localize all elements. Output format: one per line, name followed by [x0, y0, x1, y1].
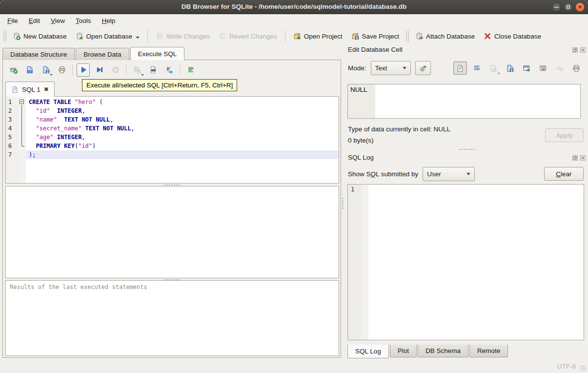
- resize-grip[interactable]: [580, 365, 587, 372]
- open-in-external-button[interactable]: [520, 62, 533, 75]
- menu-tools[interactable]: Tools: [70, 15, 97, 27]
- toolbar-separator: [285, 30, 285, 42]
- mode-combo[interactable]: Text: [371, 61, 411, 75]
- log-fold-margin: [361, 185, 368, 340]
- execute-current-line-button[interactable]: [93, 63, 106, 77]
- sql-document-tab[interactable]: SQL 1 ✖: [5, 82, 55, 97]
- line-number: 5: [6, 133, 19, 142]
- save-project-label: Save Project: [362, 33, 400, 40]
- open-project-label: Open Project: [304, 33, 343, 40]
- close-database-button[interactable]: Close Database: [479, 30, 546, 42]
- editor-line-1[interactable]: 1CREATE TABLE "hero" (: [6, 98, 339, 106]
- app-window: DB Browser for SQLite - /home/user/code/…: [0, 0, 588, 373]
- open-sql-file-button[interactable]: [23, 63, 36, 77]
- find-replace-button[interactable]: ba: [162, 63, 176, 77]
- maximize-button[interactable]: [564, 2, 573, 12]
- word-wrap-button[interactable]: [470, 62, 484, 75]
- close-dock-icon[interactable]: [580, 155, 586, 161]
- open-linked-window-button[interactable]: [536, 62, 550, 75]
- fold-marker: [19, 142, 26, 150]
- editor-line-2[interactable]: 2 "id" INTEGER,: [6, 106, 339, 115]
- toolbar-separator: [126, 64, 126, 75]
- menu-help[interactable]: Help: [97, 15, 121, 27]
- export-data-button[interactable]: [503, 62, 517, 75]
- open-database-label: Open Database: [86, 33, 133, 40]
- write-changes-button[interactable]: Write Changes: [151, 30, 214, 42]
- cell-value-editor[interactable]: NULL: [347, 84, 581, 119]
- menu-file[interactable]: File: [2, 15, 23, 27]
- save-results-button[interactable]: [130, 63, 143, 77]
- encoding-indicator: UTF-8: [557, 363, 576, 370]
- fold-marker: [19, 115, 26, 124]
- dropdown-caret-icon[interactable]: [50, 74, 53, 76]
- tab-execute-sql[interactable]: Execute SQL: [130, 47, 185, 60]
- project-open-icon: [293, 32, 301, 40]
- menu-edit[interactable]: Edit: [23, 15, 45, 27]
- print-sql-button[interactable]: [55, 63, 68, 77]
- apply-mode-button[interactable]: [415, 61, 431, 75]
- editor-line-6[interactable]: 6 PRIMARY KEY("id"): [6, 142, 339, 150]
- tab-database-structure[interactable]: Database Structure: [2, 48, 75, 60]
- sql-tab-label: SQL 1: [22, 86, 41, 93]
- float-dock-icon[interactable]: [572, 47, 578, 53]
- editor-line-3[interactable]: 3 "name" TEXT NOT NULL,: [6, 115, 339, 124]
- dock-tab-db-schema[interactable]: DB Schema: [418, 345, 468, 357]
- print-cell-button[interactable]: [569, 62, 583, 75]
- clear-log-button[interactable]: Clear: [544, 167, 584, 181]
- attach-database-button[interactable]: Attach Database: [411, 30, 479, 42]
- menu-bar: FileEditViewToolsHelp: [0, 14, 588, 27]
- fold-marker[interactable]: [19, 98, 26, 106]
- sql-log-editor[interactable]: 1: [347, 184, 584, 340]
- project-save-icon: [351, 32, 359, 40]
- editor-line-7[interactable]: 7);: [6, 150, 339, 159]
- dock-tab-remote[interactable]: Remote: [469, 345, 508, 357]
- open-project-button[interactable]: Open Project: [289, 30, 347, 42]
- find-button[interactable]: [146, 63, 160, 77]
- sql-editor[interactable]: 1CREATE TABLE "hero" (2 "id" INTEGER,3 "…: [5, 96, 339, 184]
- apply-button[interactable]: Apply: [545, 128, 584, 142]
- tab-browse-data[interactable]: Browse Data: [76, 48, 129, 60]
- format-sql-button[interactable]: [184, 63, 197, 77]
- cell-size-info: 0 byte(s): [348, 137, 374, 144]
- dock-tab-plot[interactable]: Plot: [390, 345, 417, 357]
- new-sql-tab-button[interactable]: [7, 63, 20, 77]
- code-text: "name" TEXT NOT NULL,: [26, 115, 339, 124]
- log-filter-combo[interactable]: User: [423, 167, 475, 181]
- import-data-button[interactable]: [487, 62, 500, 75]
- sql-tab-close-icon[interactable]: ✖: [44, 86, 49, 92]
- main-toolbar: New DatabaseOpen DatabaseWrite ChangesRe…: [0, 27, 588, 45]
- open-database-button[interactable]: Open Database: [71, 30, 144, 42]
- close-button[interactable]: ✕: [575, 2, 585, 12]
- save-sql-file-button[interactable]: [39, 63, 52, 77]
- db-new-icon: [13, 32, 20, 40]
- fold-marker: [19, 124, 26, 133]
- menu-view[interactable]: View: [45, 15, 70, 27]
- dropdown-caret-icon[interactable]: [141, 74, 144, 76]
- code-text: "secret_name" TEXT NOT NULL,: [26, 124, 339, 133]
- revert-changes-button[interactable]: Revert Changes: [214, 30, 282, 42]
- text-mode-button[interactable]: [453, 62, 467, 75]
- minimize-button[interactable]: [552, 2, 561, 12]
- close-dock-icon[interactable]: [580, 47, 586, 53]
- dropdown-caret-icon[interactable]: [136, 37, 140, 39]
- float-dock-icon[interactable]: [572, 155, 578, 161]
- editor-line-5[interactable]: 5 "age" INTEGER,: [6, 133, 339, 142]
- save-project-button[interactable]: Save Project: [347, 30, 404, 42]
- chevron-down-icon: [403, 67, 406, 69]
- execute-all-button[interactable]: [77, 63, 90, 77]
- results-grid-pane: [5, 186, 339, 278]
- editor-line-4[interactable]: 4 "secret_name" TEXT NOT NULL,: [6, 124, 339, 133]
- cell-value: NULL: [350, 86, 367, 93]
- execute-sql-panel: ba SQL 1 ✖ 1CREATE TABLE "hero" (2 "id" …: [2, 60, 341, 358]
- set-as-null-button[interactable]: [553, 62, 567, 75]
- stop-execution-button[interactable]: [109, 63, 122, 77]
- dock-splitter[interactable]: [345, 148, 588, 150]
- dock-tab-sql-log[interactable]: SQL Log: [347, 345, 389, 358]
- log-filter-label: Show SQL submitted by: [348, 170, 418, 178]
- title-bar: DB Browser for SQLite - /home/user/code/…: [0, 0, 588, 14]
- edit-cell-dock-buttons: [572, 47, 586, 53]
- new-database-button[interactable]: New Database: [8, 30, 71, 42]
- line-number: 7: [6, 150, 19, 159]
- sql-toolbar: ba: [5, 62, 199, 77]
- panel-splitter[interactable]: [342, 197, 344, 210]
